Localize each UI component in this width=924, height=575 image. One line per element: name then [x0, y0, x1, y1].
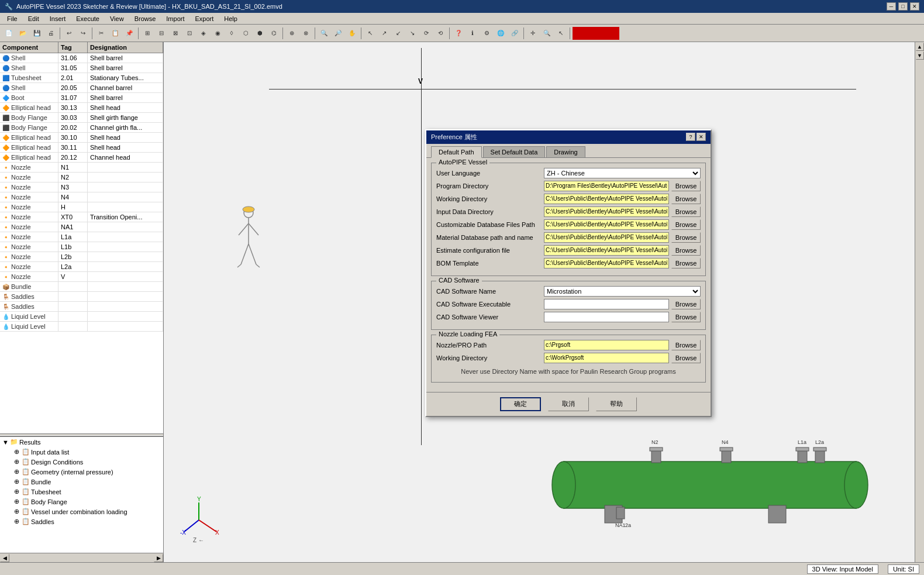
tool-3d-3[interactable]: ↙ — [392, 27, 405, 40]
scroll-right-btn[interactable]: ▶ — [154, 554, 163, 562]
paste-button[interactable]: 📌 — [123, 27, 136, 40]
tool-3d-2[interactable]: ↗ — [378, 27, 391, 40]
scroll-up-btn[interactable]: ▲ — [916, 43, 924, 51]
bom-template-browse[interactable]: Browse — [671, 258, 701, 268]
table-row[interactable]: 🔸 Nozzle N3 — [0, 183, 163, 192]
cad-viewer-browse[interactable]: Browse — [671, 312, 701, 322]
tool-pan[interactable]: ✋ — [346, 27, 358, 40]
tool-net[interactable]: 🌐 — [494, 27, 507, 40]
tool-4[interactable]: ⊡ — [183, 27, 196, 40]
menu-edit[interactable]: Edit — [23, 14, 44, 23]
tree-item[interactable]: ⊕ 📋 Bundle — [0, 477, 163, 487]
scroll-left-btn[interactable]: ◀ — [0, 554, 9, 562]
table-row[interactable]: 🔸 Nozzle H — [0, 202, 163, 212]
tool-info[interactable]: ℹ — [466, 27, 479, 40]
table-row[interactable]: 📦 Bundle — [0, 282, 163, 292]
table-row[interactable]: 🔷 Boot 31.07 Shell barrel — [0, 93, 163, 103]
table-row[interactable]: 🔸 Nozzle L1b — [0, 242, 163, 252]
working-directory-browse[interactable]: Browse — [671, 194, 701, 204]
tool-1[interactable]: ⊞ — [141, 27, 154, 40]
table-row[interactable]: 🔶 Elliptical head 30.13 Shell head — [0, 103, 163, 113]
user-language-select[interactable]: ZH - Chinese EN - English — [544, 168, 701, 178]
table-row[interactable]: 🔵 Shell 31.06 Shell barrel — [0, 53, 163, 63]
table-row[interactable]: 💧 Liquid Level — [0, 322, 163, 332]
maximize-button[interactable]: □ — [898, 2, 908, 11]
working-directory-input[interactable] — [544, 194, 669, 204]
tree-item[interactable]: ⊕ 📋 Tubesheet — [0, 487, 163, 497]
database-path-browse[interactable]: Browse — [671, 219, 701, 230]
program-directory-browse[interactable]: Browse — [671, 181, 701, 191]
menu-file[interactable]: File — [2, 14, 22, 23]
tool-8[interactable]: ⬡ — [239, 27, 252, 40]
estimate-config-input[interactable] — [544, 245, 669, 256]
menu-browse[interactable]: Browse — [130, 14, 161, 23]
table-row[interactable]: 🔸 Nozzle L2a — [0, 262, 163, 272]
tool-11[interactable]: ⊕ — [285, 27, 298, 40]
dialog-help-icon[interactable]: ? — [686, 133, 695, 141]
table-row[interactable]: 🔸 Nozzle N2 — [0, 173, 163, 183]
tool-5[interactable]: ◈ — [197, 27, 210, 40]
table-row[interactable]: ⬛ Body Flange 20.02 Channel girth fla... — [0, 123, 163, 133]
table-row[interactable]: 🔶 Elliptical head 30.11 Shell head — [0, 143, 163, 153]
tree-root[interactable]: ▼ 📁 Results — [0, 437, 163, 447]
open-button[interactable]: 📂 — [16, 27, 29, 40]
table-row[interactable]: 🔸 Nozzle L1a — [0, 232, 163, 242]
tool-6[interactable]: ◉ — [211, 27, 224, 40]
table-row[interactable]: 🔸 Nozzle N4 — [0, 192, 163, 202]
nozzle-path-browse[interactable]: Browse — [671, 340, 701, 350]
minimize-button[interactable]: ─ — [887, 2, 896, 11]
tree-item[interactable]: ⊕ 📋 Vessel under combination loading — [0, 507, 163, 517]
help-button[interactable]: 帮助 — [596, 397, 637, 411]
copy-button[interactable]: 📋 — [109, 27, 122, 40]
estimate-config-browse[interactable]: Browse — [671, 245, 701, 256]
table-row[interactable]: 🔸 Nozzle N1 — [0, 163, 163, 173]
bom-template-input[interactable] — [544, 258, 669, 268]
table-row[interactable]: 🟦 Tubesheet 2.01 Stationary Tubes... — [0, 73, 163, 83]
tool-settings[interactable]: ⚙ — [480, 27, 493, 40]
table-row[interactable]: 🔶 Elliptical head 30.10 Shell head — [0, 133, 163, 143]
tree-item[interactable]: ⊕ 📋 Body Flange — [0, 497, 163, 507]
tool-3d-6[interactable]: ⟲ — [434, 27, 447, 40]
database-path-input[interactable] — [544, 219, 669, 230]
nozzle-path-input[interactable] — [544, 340, 669, 350]
tree-item[interactable]: ⊕ 📋 Saddles — [0, 517, 163, 526]
dialog-close-icon[interactable]: ✕ — [697, 133, 706, 141]
program-directory-input[interactable] — [544, 181, 669, 191]
tool-3d-5[interactable]: ⟳ — [420, 27, 433, 40]
tool-move[interactable]: ✛ — [526, 27, 539, 40]
nozzle-workdir-browse[interactable]: Browse — [671, 353, 701, 363]
tool-web[interactable]: 🔗 — [508, 27, 521, 40]
right-scrollbar[interactable]: ▲ ▼ — [915, 42, 924, 562]
tool-search[interactable]: 🔍 — [540, 27, 553, 40]
tool-12[interactable]: ⊗ — [299, 27, 312, 40]
nozzle-workdir-input[interactable] — [544, 353, 669, 363]
table-row[interactable]: 🔵 Shell 31.05 Shell barrel — [0, 63, 163, 73]
tool-zoom-out[interactable]: 🔎 — [332, 27, 344, 40]
material-db-input[interactable] — [544, 232, 669, 243]
tool-3d-1[interactable]: ↖ — [364, 27, 377, 40]
tool-2[interactable]: ⊟ — [155, 27, 168, 40]
undo-button[interactable]: ↩ — [63, 27, 75, 40]
print-button[interactable]: 🖨 — [44, 27, 57, 40]
tool-7[interactable]: ◊ — [225, 27, 238, 40]
table-row[interactable]: 🔵 Shell 20.05 Channel barrel — [0, 83, 163, 93]
cad-exec-input[interactable] — [544, 299, 669, 309]
cad-viewer-input[interactable] — [544, 312, 669, 322]
input-data-directory-browse[interactable]: Browse — [671, 206, 701, 217]
cut-button[interactable]: ✂ — [95, 27, 108, 40]
table-row[interactable]: 🪑 Saddles — [0, 302, 163, 312]
save-button[interactable]: 💾 — [30, 27, 43, 40]
cancel-button[interactable]: 取消 — [548, 397, 589, 411]
menu-view[interactable]: View — [105, 14, 129, 23]
tool-3[interactable]: ⊠ — [169, 27, 182, 40]
redo-button[interactable]: ↪ — [77, 27, 89, 40]
table-row[interactable]: 🔸 Nozzle XT0 Transition Openi... — [0, 212, 163, 222]
tree-item[interactable]: ⊕ 📋 Input data list — [0, 447, 163, 457]
table-row[interactable]: 🔸 Nozzle L2b — [0, 252, 163, 262]
input-data-directory-input[interactable] — [544, 206, 669, 217]
table-row[interactable]: 💧 Liquid Level — [0, 312, 163, 322]
table-row[interactable]: 🔸 Nozzle NA1 — [0, 222, 163, 232]
table-row[interactable]: 🔶 Elliptical head 20.12 Channel head — [0, 153, 163, 163]
table-row[interactable]: 🪑 Saddles — [0, 292, 163, 302]
left-scrollbar-h[interactable]: ◀ ▶ — [0, 553, 163, 562]
